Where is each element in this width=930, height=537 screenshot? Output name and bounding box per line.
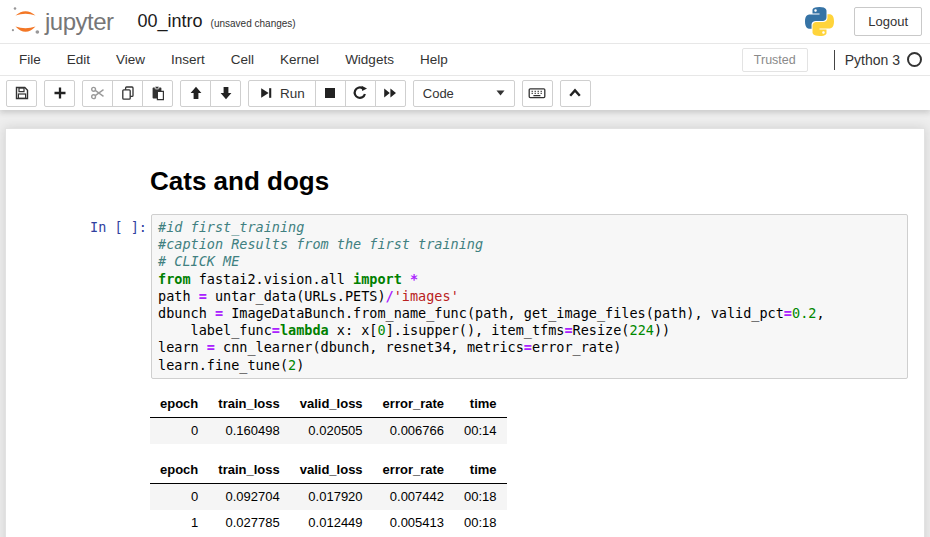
table-cell: 0.006766: [373, 417, 454, 444]
move-up-icon: [188, 85, 204, 101]
restart-run-all-button[interactable]: [375, 80, 406, 107]
save-icon: [14, 85, 30, 101]
code-line[interactable]: from fastai2.vision.all import *: [158, 271, 901, 288]
table-cell: 0.007442: [373, 483, 454, 510]
training-results-table-2: epochtrain_lossvalid_losserror_ratetime0…: [150, 457, 507, 536]
code-editor[interactable]: #id first_training#caption Results from …: [151, 214, 908, 379]
table-row: 10.0277850.0124490.00541300:18: [150, 510, 507, 536]
menu-widgets[interactable]: Widgets: [332, 44, 407, 75]
code-line[interactable]: learn = cnn_learner(dbunch, resnet34, me…: [158, 339, 901, 356]
cell-type-value: Code: [423, 86, 496, 101]
chevron-up-icon: [567, 85, 583, 101]
collapse-toolbar-button[interactable]: [560, 80, 591, 107]
code-line[interactable]: #caption Results from the first training: [158, 236, 901, 253]
menu-file[interactable]: File: [6, 44, 54, 75]
column-header-time: time: [454, 391, 507, 418]
menu-kernel[interactable]: Kernel: [267, 44, 332, 75]
toolbar-group-insert: [44, 80, 75, 107]
add-cell-button[interactable]: [44, 80, 75, 107]
interrupt-kernel-button[interactable]: [315, 80, 346, 107]
run-button[interactable]: Run: [248, 80, 316, 107]
column-header-valid_loss: valid_loss: [290, 457, 373, 484]
menu-view[interactable]: View: [103, 44, 158, 75]
menu-edit[interactable]: Edit: [54, 44, 103, 75]
notebook-container: Cats and dogs In [ ]: #id first_training…: [5, 128, 925, 537]
table-cell: 0.012449: [290, 510, 373, 536]
table-cell: 1: [150, 510, 208, 536]
table-cell: 00:18: [454, 483, 507, 510]
copy-cell-button[interactable]: [112, 80, 143, 107]
table-cell: 0.092704: [208, 483, 289, 510]
add-cell-icon: [52, 85, 68, 101]
column-header-error_rate: error_rate: [373, 391, 454, 418]
app-header: jupyter 00_intro (unsaved changes) Logou…: [0, 0, 930, 110]
toolbar: Run Code: [0, 76, 930, 110]
trusted-badge[interactable]: Trusted: [742, 48, 808, 72]
table-cell: 00:18: [454, 510, 507, 536]
column-header-train_loss: train_loss: [208, 391, 289, 418]
kernel-name: Python 3: [845, 52, 900, 68]
code-line[interactable]: learn.fine_tune(2): [158, 357, 901, 374]
restart-kernel-icon: [352, 85, 368, 101]
column-header-time: time: [454, 457, 507, 484]
code-line[interactable]: # CLICK ME: [158, 253, 901, 270]
column-header-train_loss: train_loss: [208, 457, 289, 484]
jupyter-logo[interactable]: jupyter: [10, 6, 114, 37]
cut-icon: [90, 85, 106, 101]
restart-kernel-button[interactable]: [345, 80, 376, 107]
checkpoint-status: (unsaved changes): [211, 14, 296, 29]
output-area: epochtrain_lossvalid_losserror_ratetime0…: [150, 391, 908, 537]
header-bar: jupyter 00_intro (unsaved changes) Logou…: [0, 0, 930, 44]
code-line[interactable]: path = untar_data(URLs.PETS)/'images': [158, 288, 901, 305]
step-forward-icon: [259, 86, 273, 100]
table-cell: 00:14: [454, 417, 507, 444]
save-button[interactable]: [6, 80, 37, 107]
copy-icon: [120, 85, 136, 101]
toolbar-group-move: [180, 80, 241, 107]
code-line[interactable]: #id first_training: [158, 219, 901, 236]
code-line[interactable]: label_func=lambda x: x[0].isupper(), ite…: [158, 322, 901, 339]
column-header-epoch: epoch: [150, 457, 208, 484]
table-row: 00.1604980.0205050.00676600:14: [150, 417, 507, 444]
kernel-divider: [834, 50, 835, 70]
celltype-caret-icon: [496, 90, 505, 96]
input-prompt: In [ ]:: [90, 214, 151, 235]
move-cell-up-button[interactable]: [180, 80, 211, 107]
menubar-items: FileEditViewInsertCellKernelWidgetsHelp: [6, 44, 461, 75]
table-cell: 0.027785: [208, 510, 289, 536]
column-header-valid_loss: valid_loss: [290, 391, 373, 418]
toolbar-group-palette: [522, 80, 553, 107]
keyboard-icon: [528, 85, 546, 101]
kernel-idle-icon: [907, 52, 922, 67]
menu-cell[interactable]: Cell: [218, 44, 267, 75]
move-cell-down-button[interactable]: [210, 80, 241, 107]
toolbar-group-run: Run: [248, 80, 406, 107]
cell-type-select[interactable]: Code: [413, 80, 515, 107]
toolbar-group-save: [6, 80, 37, 107]
stop-icon: [322, 85, 338, 101]
code-line[interactable]: dbunch = ImageDataBunch.from_name_func(p…: [158, 305, 901, 322]
column-header-error_rate: error_rate: [373, 457, 454, 484]
cut-cell-button[interactable]: [82, 80, 113, 107]
python-logo-icon: [805, 7, 834, 36]
table-cell: 0.017920: [290, 483, 373, 510]
training-results-table-1: epochtrain_lossvalid_losserror_ratetime0…: [150, 391, 507, 444]
paste-icon: [150, 85, 166, 101]
toolbar-group-edit: [82, 80, 173, 107]
menu-help[interactable]: Help: [407, 44, 461, 75]
toolbar-group-collapse: [560, 80, 591, 107]
table-cell: 0: [150, 483, 208, 510]
menu-insert[interactable]: Insert: [158, 44, 218, 75]
run-button-label: Run: [280, 86, 305, 101]
table-cell: 0.005413: [373, 510, 454, 536]
column-header-epoch: epoch: [150, 391, 208, 418]
notebook-title[interactable]: 00_intro: [138, 11, 203, 32]
code-cell: In [ ]: #id first_training#caption Resul…: [6, 214, 908, 379]
table-cell: 0: [150, 417, 208, 444]
table-cell: 0.020505: [290, 417, 373, 444]
restart-run-all-icon: [382, 85, 398, 101]
logout-button[interactable]: Logout: [854, 7, 922, 36]
paste-cell-button[interactable]: [142, 80, 173, 107]
command-palette-button[interactable]: [522, 80, 553, 107]
markdown-heading[interactable]: Cats and dogs: [150, 166, 924, 197]
